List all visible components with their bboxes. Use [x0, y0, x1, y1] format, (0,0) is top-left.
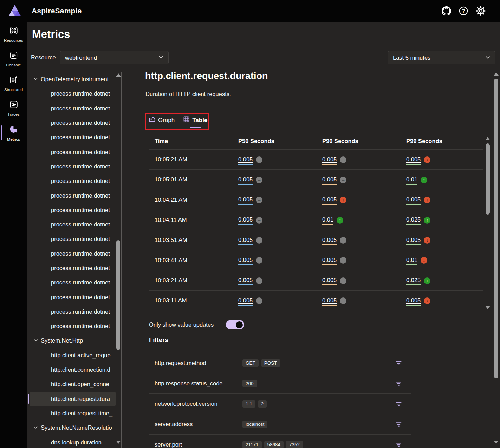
p50-value-link[interactable]: 0.005: [238, 156, 253, 165]
tree-item[interactable]: process.runtime.dotnet: [30, 217, 116, 232]
p50-value-link[interactable]: 0.005: [238, 257, 253, 265]
sidebar-item-resources[interactable]: Resources: [0, 22, 27, 46]
p50-value-link[interactable]: 0.005: [238, 277, 253, 285]
tree-item-label: process.runtime.dotnet: [51, 134, 110, 141]
filter-icon[interactable]: [394, 420, 403, 429]
p50-value-link[interactable]: 0.005: [238, 216, 253, 225]
page-scrollbar-thumb[interactable]: [494, 79, 498, 378]
resources-icon: [9, 26, 18, 37]
metric-description: Duration of HTTP client requests.: [145, 91, 231, 97]
tab-graph[interactable]: Graph: [149, 116, 175, 128]
p50-value-link[interactable]: 0.005: [238, 196, 253, 205]
filter-icon[interactable]: [394, 379, 403, 388]
p50-cell: 0.005→: [233, 250, 317, 270]
sidebar-item-metrics[interactable]: Metrics: [0, 120, 27, 145]
scroll-down-icon[interactable]: [494, 441, 499, 444]
tree-item[interactable]: System.Net.NameResolutio: [30, 421, 116, 435]
column-header-p90: P90 Seconds: [317, 135, 401, 149]
trend-same-icon: →: [256, 237, 262, 244]
p90-value-link[interactable]: 0.005: [322, 277, 337, 285]
settings-icon[interactable]: [475, 5, 487, 17]
tree-item[interactable]: OpenTelemetry.Instrument: [30, 72, 116, 87]
resource-select[interactable]: webfrontend: [60, 51, 169, 64]
scroll-up-icon[interactable]: [485, 137, 490, 140]
filter-icon[interactable]: [394, 359, 403, 367]
tree-item[interactable]: process.runtime.dotnet: [30, 275, 116, 290]
p99-value-link[interactable]: 0.005: [406, 196, 421, 205]
p90-value-link[interactable]: 0.01: [322, 216, 333, 225]
p99-value-link[interactable]: 0.005: [406, 297, 421, 306]
tree-item-label: process.runtime.dotnet: [51, 279, 110, 286]
scroll-down-icon[interactable]: [116, 441, 121, 444]
tree-item[interactable]: http.client.open_conne: [30, 377, 116, 391]
table-scrollbar-thumb[interactable]: [486, 143, 490, 215]
p99-value-link[interactable]: 0.005: [406, 237, 421, 245]
tree-item[interactable]: process.runtime.dotnet: [30, 188, 116, 203]
p90-value-link[interactable]: 0.005: [322, 297, 337, 306]
panel-splitter[interactable]: [121, 72, 122, 448]
trend-same-icon: →: [340, 277, 346, 284]
tree-item[interactable]: process.runtime.dotnet: [30, 159, 116, 174]
tree-item[interactable]: process.runtime.dotnet: [30, 116, 116, 130]
p99-cell: 0.005↓: [401, 290, 483, 311]
time-range-select[interactable]: Last 5 minutes: [388, 51, 495, 64]
tree-item[interactable]: http.client.active_reque: [30, 348, 116, 363]
tree-item[interactable]: process.runtime.dotnet: [30, 203, 116, 217]
filter-value-badge: 58684: [264, 441, 284, 448]
page-scrollbar[interactable]: [493, 71, 499, 448]
p50-value-link[interactable]: 0.005: [238, 176, 253, 185]
table-scrollbar[interactable]: [485, 136, 491, 311]
tree-item[interactable]: process.runtime.dotnet: [30, 290, 116, 304]
github-icon[interactable]: [440, 5, 452, 17]
tree-item[interactable]: process.runtime.dotnet: [30, 101, 116, 116]
filter-icon[interactable]: [394, 441, 403, 448]
p90-value-link[interactable]: 0.005: [322, 196, 337, 205]
p50-value-link[interactable]: 0.005: [238, 237, 253, 245]
p90-value-link[interactable]: 0.005: [322, 176, 337, 185]
tree-item[interactable]: process.runtime.dotnet: [30, 232, 116, 246]
tab-table[interactable]: Table: [183, 116, 207, 128]
tree-item[interactable]: http.client.request.time_: [30, 406, 116, 421]
tree-item[interactable]: process.runtime.dotnet: [30, 305, 116, 319]
tree-item[interactable]: process.runtime.dotnet: [30, 247, 116, 261]
p99-value-link[interactable]: 0.01: [406, 176, 417, 185]
tab-table-label: Table: [192, 117, 207, 124]
sidebar-item-console[interactable]: Console: [0, 46, 27, 71]
tree-item[interactable]: http.client.connection.d: [30, 363, 116, 377]
tree-item[interactable]: dns.lookup.duration: [30, 435, 116, 448]
filter-values: 21171586847352: [242, 441, 303, 448]
tree-item[interactable]: System.Net.Http: [30, 333, 116, 348]
filter-icon[interactable]: [394, 400, 403, 408]
tree-item[interactable]: process.runtime.dotnet: [30, 261, 116, 275]
table-row: 10:03:51 AM0.005→0.005→0.005↓: [149, 230, 483, 250]
tree-scrollbar[interactable]: [116, 72, 121, 448]
tree-scrollbar-thumb[interactable]: [116, 240, 120, 350]
tree-item-label: process.runtime.dotnet: [51, 265, 110, 271]
value-updates-toggle[interactable]: [226, 320, 244, 329]
tree-item[interactable]: http.client.request.dura: [30, 392, 116, 406]
p99-value-link[interactable]: 0.01: [406, 257, 417, 265]
trend-same-icon: →: [256, 177, 262, 183]
sidebar-item-traces[interactable]: Traces: [0, 96, 27, 120]
sidebar-item-structured[interactable]: Structured: [0, 71, 27, 96]
scroll-up-icon[interactable]: [116, 73, 121, 77]
tree-item[interactable]: process.runtime.dotnet: [30, 145, 116, 159]
p90-value-link[interactable]: 0.005: [322, 156, 337, 165]
scroll-down-icon[interactable]: [485, 306, 490, 309]
p90-value-link[interactable]: 0.005: [322, 237, 337, 245]
p50-value-link[interactable]: 0.005: [238, 297, 253, 306]
tree-item[interactable]: process.runtime.dotnet: [30, 87, 116, 101]
p90-value-link[interactable]: 0.005: [322, 257, 337, 265]
tree-item[interactable]: process.runtime.dotnet: [30, 319, 116, 333]
tree-item[interactable]: process.runtime.dotnet: [30, 130, 116, 145]
p99-value-link[interactable]: 0.025: [406, 277, 421, 285]
help-icon[interactable]: ?: [457, 5, 469, 17]
p90-cell: 0.005→: [317, 230, 401, 250]
p99-value-link[interactable]: 0.025: [406, 216, 421, 225]
tree-item[interactable]: process.runtime.dotnet: [30, 174, 116, 188]
p99-cell: 0.01↓: [401, 250, 483, 270]
time-range-value: Last 5 minutes: [393, 55, 430, 61]
scroll-up-icon[interactable]: [494, 72, 499, 76]
p99-value-link[interactable]: 0.005: [406, 156, 421, 165]
trend-same-icon: →: [340, 257, 346, 264]
